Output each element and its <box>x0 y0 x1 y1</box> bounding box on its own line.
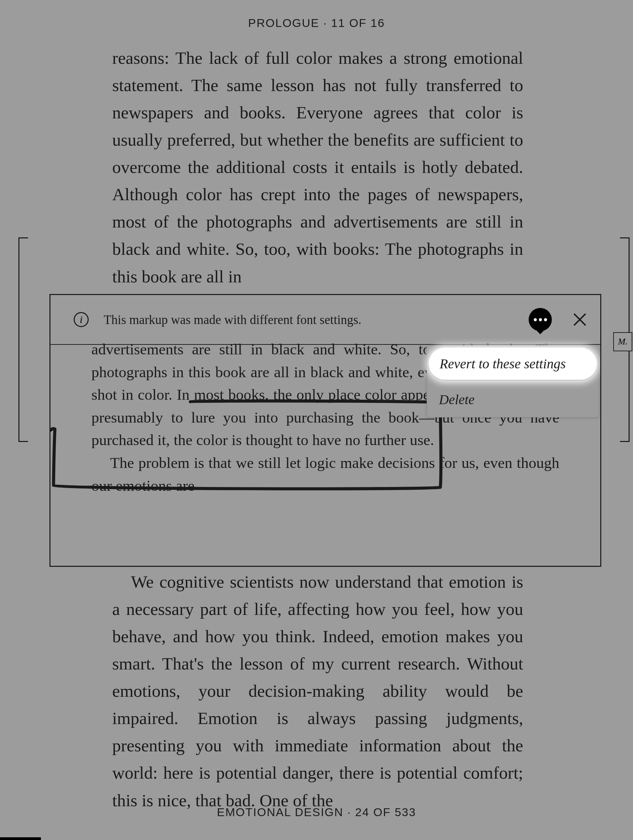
close-button[interactable] <box>573 313 587 326</box>
lower-reading-text[interactable]: We cognitive scientists now understand t… <box>112 568 523 814</box>
page-footer: EMOTIONAL DESIGN · 24 OF 533 <box>0 805 633 819</box>
delete-markup-button[interactable]: Delete <box>427 382 598 417</box>
book-page-current: 24 <box>355 805 369 818</box>
markup-header-bar: i This markup was made with different fo… <box>51 295 600 345</box>
signature-badge[interactable]: M. <box>613 332 632 351</box>
markup-paragraph-2: The problem is that we still let logic m… <box>92 452 559 497</box>
revert-settings-button[interactable]: Revert to these settings <box>429 347 597 380</box>
progress-indicator <box>0 837 41 840</box>
selection-bracket-left <box>19 237 28 442</box>
markup-options-menu: Revert to these settings Delete <box>427 346 599 417</box>
more-options-button[interactable] <box>529 308 552 331</box>
paragraph-1: reasons: The lack of full color makes a … <box>112 44 523 290</box>
main-reading-text[interactable]: reasons: The lack of full color makes a … <box>112 44 523 290</box>
book-page-total: 533 <box>395 805 416 818</box>
chapter-label: PROLOGUE <box>248 16 320 29</box>
separator: · <box>347 805 351 818</box>
separator: · <box>323 16 327 29</box>
chapter-page-current: 11 <box>331 16 346 29</box>
book-title: EMOTIONAL DESIGN <box>217 805 343 818</box>
chapter-page-total: 16 <box>371 16 385 29</box>
markup-preview-panel: i This markup was made with different fo… <box>49 294 601 567</box>
info-icon: i <box>74 312 89 327</box>
paragraph-lower: We cognitive scientists now understand t… <box>112 568 523 814</box>
ellipsis-icon <box>534 318 547 321</box>
of-label: OF <box>349 16 371 29</box>
markup-info-message: This markup was made with different font… <box>104 313 529 327</box>
of-label: OF <box>373 805 395 818</box>
page-header: PROLOGUE · 11 OF 16 <box>0 0 633 30</box>
